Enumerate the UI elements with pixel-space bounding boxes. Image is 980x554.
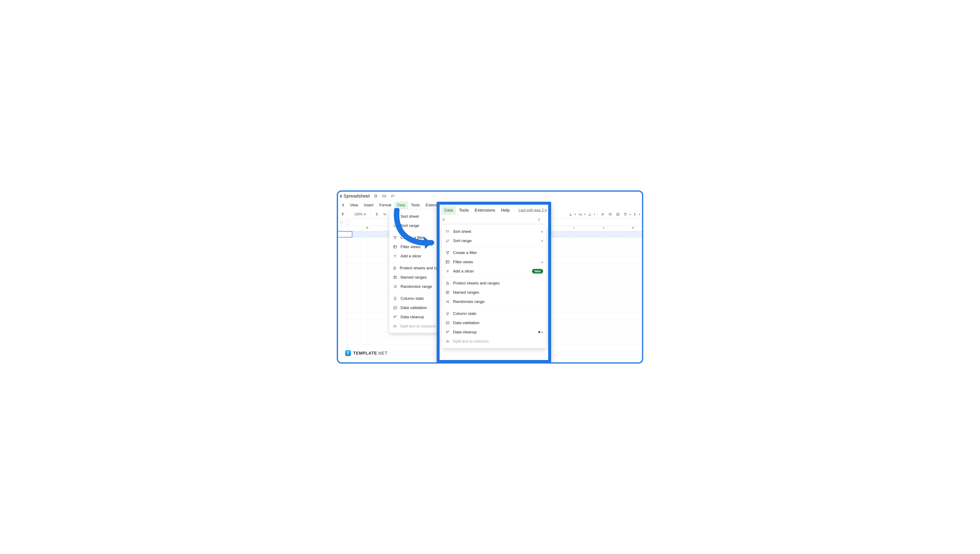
menu-item-filter-views[interactable]: Filter views	[389, 242, 440, 252]
column-header[interactable]: B	[353, 226, 382, 229]
separator	[349, 212, 350, 217]
saved-to-drive-icon[interactable]	[390, 194, 395, 198]
insert-chart-icon[interactable]	[615, 212, 621, 217]
menu-item-data-validation[interactable]: Data validation	[389, 303, 440, 312]
last-edit-link[interactable]: Last edit was 2 h	[519, 208, 547, 212]
menu-item-data-cleanup[interactable]: Data cleanup	[389, 312, 440, 322]
menu-extensions[interactable]: Extensions	[472, 206, 498, 215]
menu-item-protect-sheets-and-ra[interactable]: Protect sheets and ra	[389, 263, 440, 273]
menu-data[interactable]: Data	[441, 206, 456, 215]
menu-item-randomize-range[interactable]: Randomize range	[389, 282, 440, 291]
menu-item-label: Randomize range	[401, 284, 432, 289]
paint-format-icon[interactable]	[340, 212, 346, 217]
text-wrap-icon[interactable]	[577, 212, 584, 217]
validation-icon	[393, 305, 398, 310]
menu-data[interactable]: Data	[394, 201, 408, 209]
menu-item-add-a-slicer[interactable]: Add a slicerNew	[442, 267, 546, 276]
text-rotate-icon[interactable]	[587, 212, 593, 217]
functions-sigma-icon[interactable]	[632, 212, 638, 217]
menu-item-label: Data validation	[453, 320, 479, 325]
menu-item-split-text-to-columns: Split text to columns	[442, 337, 546, 346]
menu-item-label: Filter views	[401, 245, 420, 249]
menu-tools[interactable]: Tools	[408, 201, 423, 209]
menu-tools[interactable]: Tools	[456, 206, 472, 215]
lock-icon	[393, 266, 397, 271]
menu-item-sort-range[interactable]: Sort range▸	[442, 236, 546, 245]
column-header[interactable]: I	[560, 226, 589, 229]
filter-views-icon	[445, 259, 450, 264]
insert-comment-icon[interactable]	[607, 212, 613, 217]
new-badge: New	[532, 269, 543, 274]
menu-item-create-a-filter[interactable]: Create a filter	[389, 233, 440, 242]
slicer-icon	[445, 269, 450, 274]
split-columns-icon	[393, 324, 397, 329]
menu-item-column-stats[interactable]: Column stats	[389, 294, 440, 303]
watermark-domain: .NET	[377, 351, 388, 355]
shuffle-icon	[445, 299, 450, 304]
sort-icon	[393, 214, 398, 219]
menu-item-add-a-slicer[interactable]: Add a slicer	[389, 252, 440, 261]
title-bar: e Spreadsheet	[338, 192, 642, 201]
menu-item-sort-range[interactable]: Sort range	[389, 221, 440, 230]
name-box[interactable]	[345, 220, 350, 224]
bulb-icon	[393, 296, 398, 301]
format-percent-button[interactable]: %	[382, 212, 388, 217]
menu-item-column-stats[interactable]: Column stats	[442, 309, 546, 318]
menu-item-filter-views[interactable]: Filter views▸	[442, 257, 546, 267]
menu-item-label: Data cleanup	[453, 330, 477, 334]
bulb-icon	[445, 311, 450, 316]
menu-item-label: Column stats	[453, 311, 476, 316]
menu-item-label: Create a filter	[453, 250, 477, 255]
wand-icon	[445, 330, 450, 334]
menu-view[interactable]: View	[347, 201, 361, 209]
zoom-dropdown[interactable]: 100% ▾	[353, 212, 367, 216]
vertical-align-icon[interactable]	[568, 212, 574, 217]
sort-range-icon	[393, 223, 398, 228]
menu-it[interactable]: it	[339, 201, 347, 209]
menu-item-label: Named ranges	[453, 290, 479, 295]
menu-item-label: Protect sheets and ranges	[453, 281, 500, 285]
chevron-down-icon: ▾	[364, 212, 366, 216]
menu-item-named-ranges[interactable]: Named ranges	[389, 273, 440, 282]
menu-insert[interactable]: Insert	[361, 201, 376, 209]
menu-item-label: Randomize range	[453, 299, 485, 304]
menu-item-data-validation[interactable]: Data validation	[442, 318, 546, 328]
foreground-toolstrip: .0 F	[440, 216, 548, 224]
shuffle-icon	[393, 284, 398, 289]
menu-item-named-ranges[interactable]: Named ranges	[442, 288, 546, 297]
validation-icon	[445, 320, 450, 325]
star-icon[interactable]	[374, 194, 378, 198]
split-columns-icon	[445, 339, 450, 344]
sort-range-icon	[445, 238, 450, 243]
wand-icon	[393, 314, 398, 320]
slicer-icon	[393, 253, 398, 259]
chevron-right-icon: ▸	[542, 260, 543, 264]
named-ranges-icon	[445, 290, 450, 295]
format-currency-button[interactable]: $	[374, 212, 380, 217]
menu-item-label: Create a filter	[401, 235, 425, 240]
menu-item-protect-sheets-and-ranges[interactable]: Protect sheets and ranges	[442, 279, 546, 288]
submenu-indicator: ▸	[538, 330, 543, 334]
move-to-folder-icon[interactable]	[382, 194, 387, 198]
chevron-down-icon: ▾	[584, 213, 585, 216]
insert-link-icon[interactable]	[600, 212, 606, 217]
menu-item-sort-sheet[interactable]: Sort sheet▸	[442, 227, 546, 236]
create-filter-icon[interactable]	[622, 212, 628, 217]
chevron-down-icon: ▾	[639, 213, 640, 216]
data-menu-foreground: Sort sheet▸Sort range▸Create a filterFil…	[442, 225, 546, 348]
column-header[interactable]: K	[618, 226, 643, 229]
select-all-box[interactable]	[338, 226, 347, 231]
menu-item-data-cleanup[interactable]: Data cleanup▸	[442, 328, 546, 337]
menu-item-create-a-filter[interactable]: Create a filter	[442, 248, 546, 257]
menu-item-sort-sheet[interactable]: Sort sheet	[389, 212, 440, 221]
watermark: T TEMPLATE.NET	[345, 350, 388, 356]
column-header[interactable]: J	[589, 226, 618, 229]
foreground-panel: DataToolsExtensionsHelpLast edit was 2 h…	[437, 202, 551, 363]
menu-format[interactable]: Format	[376, 201, 394, 209]
menu-item-randomize-range[interactable]: Randomize range	[442, 297, 546, 306]
menu-help[interactable]: Help	[498, 206, 513, 215]
menu-item-split-text-to-columns: Split text to columns	[389, 322, 440, 331]
watermark-brand: TEMPLATE	[353, 351, 377, 355]
svg-rect-6	[446, 261, 449, 263]
menu-item-label: Column stats	[401, 296, 424, 301]
